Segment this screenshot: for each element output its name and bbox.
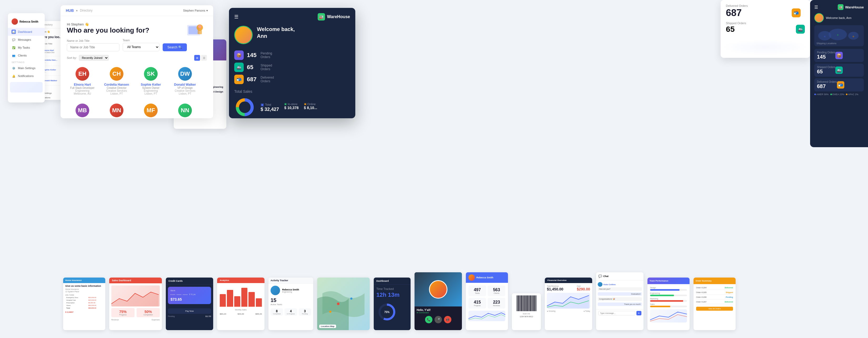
activity-user-row: Rebecca Smith Engineering: [271, 286, 311, 295]
wh-stat-delivered: 📬 687 DeliveredOrders: [234, 75, 350, 84]
rp-regions: AMER 58% EMEA 23% APAC 2%: [814, 93, 864, 96]
svg-point-14: [852, 36, 854, 37]
pay-now-btn[interactable]: Pay Now: [168, 308, 211, 314]
employee-avatar-2: SK: [144, 67, 158, 81]
activity-stat: 15: [271, 297, 311, 303]
progress-chart-card: Analytics Monthly Sales $84,24 $44,00 $8…: [217, 277, 265, 330]
chat-msg-4: Thank you so much!: [598, 303, 642, 306]
hamburger-icon[interactable]: ☰: [234, 14, 239, 20]
wh-bottom: ▣ Total $ 32,427 ▣ In-store $ 10,378 ▣ O…: [234, 97, 350, 118]
rp-pending-icon: 📦: [835, 52, 843, 59]
ins-table: Emergency Svcs$20,000.00 Hospital Care$1…: [65, 296, 103, 310]
sidebar-item-notifications[interactable]: 🔔 Notifications: [8, 72, 45, 80]
chat-avatar-1: [598, 282, 602, 287]
sidebar-item-messages[interactable]: 💬 Messages: [8, 36, 45, 44]
wh-logo: 🏭 WareHouse: [318, 13, 350, 21]
list-view-btn[interactable]: ☰: [201, 55, 207, 61]
map-card: Location Map: [317, 277, 370, 330]
delivered-icon: 📬: [792, 8, 801, 18]
svg-rect-4: [198, 30, 202, 34]
red-dashboard-card: Sales Dashboard 75% Progress 50% Complet…: [109, 277, 162, 330]
chat-icon: 💬: [598, 274, 602, 278]
barcode-body: Scan me 1234 5678 9012: [512, 293, 541, 319]
dash-stat-2: 50% Completion: [136, 308, 160, 317]
sidebar-item-main-settings[interactable]: ⚙️ Main Settings: [8, 64, 45, 72]
hub-illustration: [183, 21, 207, 42]
hub-employee-card-5[interactable]: MN Mae Norris Vice Manager San Francisco…: [101, 100, 132, 118]
hub-employee-card-2[interactable]: SK Sophie Keller System Owner Engineerin…: [135, 64, 166, 98]
employee-avatar-0: EH: [75, 67, 89, 81]
cc-pending-label: Pending: [168, 315, 175, 317]
finance-legend: ● Growing ● Today: [547, 310, 590, 312]
video-face: [429, 280, 447, 299]
hub-search-input[interactable]: [67, 43, 120, 51]
rp-map: Shipping Locations: [814, 25, 864, 46]
svg-point-12: [824, 36, 826, 37]
sidebar-item-tasks[interactable]: ✅ My Tasks: [8, 44, 45, 52]
stat-box-3: 415 Projects: [468, 298, 486, 309]
rp-pending-block: Pending Orders 145 📦: [814, 49, 864, 62]
finance-chart: [547, 293, 590, 309]
donut-chart: [234, 97, 255, 118]
rp-shipped-icon: 🚢: [835, 67, 843, 74]
shipped-icon: 🚢: [234, 63, 244, 72]
gear-icon: ⚙️: [11, 66, 16, 70]
wh-stats: 📦 145 PendingOrders 🚢 65 ShippedOrders 📬…: [234, 50, 350, 84]
stat-box-4: 223 Reviews: [488, 298, 505, 309]
finance-total-label: Total Revenue: [547, 285, 563, 287]
chat-msg-1: Kate Collins How are you?: [598, 282, 642, 291]
hub-employee-card-7[interactable]: NN Nancy Norton Front End Engineer Melbo…: [169, 100, 200, 118]
sidebar-item-clients[interactable]: 👥 Clients: [8, 52, 45, 59]
hub-sort-select[interactable]: Recently Joined: [79, 55, 109, 61]
settings-divider: Settings: [8, 59, 45, 64]
order-row-3: Order #1286 Pending: [696, 296, 733, 299]
wh-header: ☰ 🏭 WareHouse: [234, 13, 350, 21]
hub-team-select[interactable]: All Teams: [123, 43, 159, 51]
dash-stat-1: 75% Progress: [111, 308, 134, 317]
stats-mini-chart: [468, 311, 505, 321]
video-name: Hello, Y'all!: [416, 309, 460, 311]
video-end-btn[interactable]: 📵: [444, 316, 452, 323]
finance-header: Financial Overview: [545, 277, 592, 283]
rp-hamburger-icon[interactable]: ☰: [814, 5, 818, 10]
hub-employee-card-3[interactable]: DW Donald Walker VP of Design Creative S…: [169, 64, 200, 98]
wh-stat-pending: 📦 145 PendingOrders: [234, 50, 350, 60]
rp-header: ☰ 🏭 WareHouse: [814, 4, 864, 10]
stats-grid: 497 Tasks 563 Clients 415 Projects 223 R…: [468, 285, 505, 309]
rp-avatar-row: Welcome back, Ann: [814, 13, 864, 23]
rp-logo: 🏭 WareHouse: [838, 4, 864, 10]
grid-view-btn[interactable]: ⊞: [194, 55, 200, 61]
sidebar-item-dashboard[interactable]: 📊 Dashboard: [8, 28, 45, 36]
video-controls: 📞 🎤 📵: [416, 316, 460, 323]
svg-point-3: [198, 25, 202, 28]
shipped-value: 65: [726, 25, 735, 34]
timer-body: Time Tracked 12h 13m 75%: [374, 285, 410, 326]
perf-bar-1: Design: [650, 287, 687, 291]
hub-employee-card-4[interactable]: MB Mason Benson Product Designer Lisbon,…: [67, 100, 98, 118]
finance-total: $1,450.00: [547, 287, 563, 291]
video-accept-btn[interactable]: 📞: [425, 316, 432, 323]
hub-team-field: Team All Teams: [123, 39, 159, 51]
hub-employee-card-6[interactable]: MF Marnie Frank Full Stack Developer Lis…: [135, 100, 166, 118]
chart-label: Monthly Sales: [220, 309, 262, 311]
delivered-label: Delivered Orders: [726, 4, 805, 7]
red-dash-header: Sales Dashboard: [109, 277, 162, 283]
employee-avatar-3: DW: [178, 67, 192, 81]
timer-header: Dashboard: [374, 277, 410, 285]
hub-search-button[interactable]: Search 🔍: [163, 43, 187, 51]
video-status: ● Connected: [416, 311, 460, 314]
wh-welcome-text: Welcome back, Ann: [257, 26, 295, 39]
chat-input[interactable]: [598, 311, 636, 315]
chat-send-btn[interactable]: ➤: [637, 311, 641, 315]
view-all-btn[interactable]: View All Orders: [696, 307, 733, 311]
stats-mini-card: Rebecca Smith 497 Tasks 563 Clients 415 …: [466, 272, 508, 330]
hub-employee-card-0[interactable]: EH Elnora Hart Full Stack Developer Engi…: [67, 64, 98, 98]
order-row-2: Order #1285 Shipped: [696, 292, 733, 295]
hub-employee-card-1[interactable]: CH Cordelia Hansen Creative Director Cre…: [101, 64, 132, 98]
map-bg: [721, 39, 810, 55]
wh-avatar-img: [235, 27, 252, 43]
ins-subtitle: Home Insurance: [65, 288, 103, 290]
video-mute-btn[interactable]: 🎤: [435, 316, 442, 323]
hub-breadcrumb: Directory: [80, 9, 93, 12]
perf-fill-4: [650, 306, 670, 307]
